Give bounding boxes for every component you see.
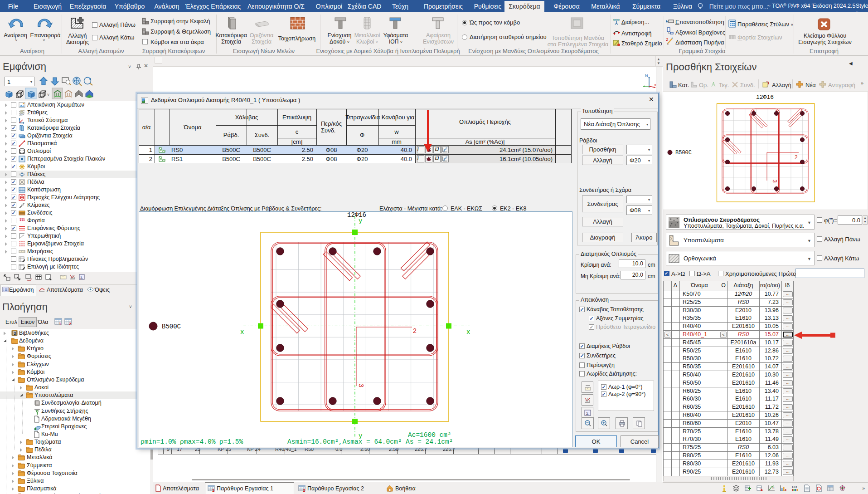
svg-text:1: 1	[59, 322, 61, 326]
svg-text:Ac=1600 cm²: Ac=1600 cm²	[408, 431, 451, 439]
svg-text:1: 1	[212, 488, 215, 492]
svg-text:12Φ16: 12Φ16	[756, 94, 774, 101]
svg-text:2: 2	[303, 488, 305, 492]
svg-text:3: 3	[771, 180, 778, 183]
svg-text:x: x	[466, 328, 470, 336]
svg-text:N: N	[772, 486, 774, 489]
svg-text:y: y	[359, 217, 362, 225]
svg-text:x: x	[240, 328, 244, 336]
svg-text:B: B	[14, 331, 16, 336]
svg-text:Asmin=16.0cm²,Asmax = 64.0cm²: Asmin=16.0cm²,Asmax = 64.0cm² As = 24.1c…	[287, 438, 453, 445]
svg-text:ρmin=1.0% ρmax=4.0% ρ=1.5%: ρmin=1.0% ρmax=4.0% ρ=1.5%	[141, 438, 243, 445]
svg-text:2: 2	[69, 322, 71, 326]
svg-text:B500C: B500C	[675, 150, 692, 156]
svg-text:2: 2	[795, 154, 798, 161]
svg-text:2: 2	[413, 327, 417, 334]
svg-text:B500C: B500C	[162, 323, 181, 330]
svg-text:CR: CR	[792, 485, 797, 489]
svg-text:12Φ16: 12Φ16	[347, 211, 366, 219]
svg-text:3: 3	[358, 384, 365, 387]
svg-text:X: X	[654, 83, 657, 87]
svg-text:2: 2	[666, 37, 668, 42]
svg-text:Σ: Σ	[80, 275, 83, 279]
svg-text:Σ: Σ	[586, 411, 589, 416]
svg-text:N: N	[645, 73, 648, 78]
